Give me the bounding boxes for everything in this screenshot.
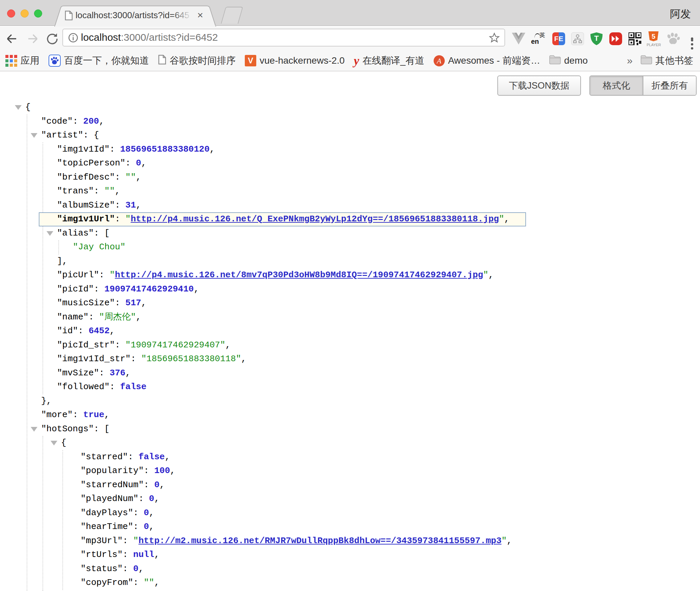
folder-icon (549, 55, 561, 67)
profile-name[interactable]: 阿发 (670, 7, 691, 21)
zoom-window-button[interactable] (34, 9, 42, 18)
json-line: "img1v1Id": 18569651883380120, (0, 143, 700, 157)
url-text: localhost:3000/artists?id=6452 (81, 32, 218, 43)
json-line: "alias": [ (0, 226, 700, 241)
json-line: ], (0, 254, 700, 269)
json-line: "code": 200, (0, 115, 700, 129)
json-line: "img1v1Id_str": "18569651883380118", (0, 352, 700, 366)
json-line: }, (0, 394, 700, 408)
json-line: "playedNum": 0, (0, 492, 700, 506)
page-favicon-icon (65, 10, 73, 22)
json-line: "followed": false (0, 380, 700, 394)
json-line: "copyFrom": "", (0, 576, 700, 590)
qr-code-icon[interactable] (628, 27, 642, 51)
json-line: "briefDesc": "", (0, 170, 700, 185)
tab-close-icon[interactable]: × (197, 9, 203, 21)
collapse-toggle-icon[interactable] (47, 231, 53, 236)
json-line: "starredNum": 0, (0, 478, 700, 492)
apps-grid-icon (5, 55, 17, 67)
fast-forward-icon[interactable] (608, 27, 623, 51)
json-line: "starred": false, (0, 450, 700, 464)
v-orange-icon: V (245, 55, 256, 66)
close-window-button[interactable] (7, 9, 15, 18)
json-line: "artist": { (0, 128, 700, 143)
bookmark-demo[interactable]: demo (549, 55, 588, 67)
reload-button[interactable] (45, 27, 60, 51)
menu-kebab-icon[interactable] (684, 27, 699, 51)
json-line: "popularity": 100, (0, 464, 700, 478)
json-line: "picId": 19097417462929410, (0, 282, 700, 297)
json-line: "status": 0, (0, 562, 700, 576)
folder-icon (641, 55, 652, 67)
json-line: "id": 6452, (0, 324, 700, 338)
bookmark-star-icon[interactable] (489, 32, 500, 44)
back-button[interactable] (4, 27, 19, 51)
bookmark-baidu[interactable]: 百度一下，你就知道 (49, 54, 149, 67)
bookmarks-overflow-chevron[interactable]: » (627, 55, 633, 66)
bookmarks-bar: 应用 百度一下，你就知道 谷歌按时间排序 V vue-hackernews-2.… (0, 51, 700, 71)
vue-devtools-icon[interactable] (511, 27, 526, 51)
json-line: "musicSize": 517, (0, 296, 700, 310)
json-line: "more": true, (0, 408, 700, 422)
baidu-paw-icon (49, 55, 61, 67)
bookmark-apps[interactable]: 应用 (5, 54, 39, 67)
site-tree-icon[interactable] (570, 27, 585, 51)
youdao-translate-icon[interactable]: 英en (531, 27, 546, 51)
json-line: { (0, 436, 700, 450)
json-url-link[interactable]: http://p4.music.126.net/Q_ExePNkmgB2yWyL… (130, 214, 499, 224)
collapse-toggle-icon[interactable] (31, 133, 37, 138)
json-line: "trans": "", (0, 184, 700, 198)
json-line: "name": "周杰伦", (0, 310, 700, 324)
json-line: "rtUrls": null, (0, 548, 700, 562)
json-line: "mvSize": 376, (0, 366, 700, 380)
collapse-toggle-icon[interactable] (15, 105, 22, 110)
doc-icon (158, 55, 166, 67)
json-url-link[interactable]: http://p4.music.126.net/8mv7qP30Pd3oHW8b… (115, 270, 483, 280)
bookmark-vue-hackernews[interactable]: V vue-hackernews-2.0 (245, 55, 345, 66)
json-line-highlighted[interactable]: "img1v1Url": "http://p4.music.126.net/Q_… (39, 212, 526, 226)
minimize-window-button[interactable] (21, 9, 29, 18)
forward-button[interactable] (26, 27, 40, 51)
tab-strip: localhost:3000/artists?id=645 × 阿发 (0, 0, 700, 26)
browser-tab[interactable]: localhost:3000/artists?id=645 × (54, 5, 216, 27)
json-line: "hotSongs": [ (0, 422, 700, 436)
awesomes-icon: A (434, 55, 445, 66)
json-viewer: {"code": 200,"artist": {"img1v1Id": 1856… (0, 71, 700, 591)
browser-toolbar: localhost:3000/artists?id=6452 英en FE T … (0, 27, 700, 51)
json-line: } (0, 590, 700, 591)
page-info-icon[interactable] (68, 33, 78, 44)
json-line: "picId_str": "19097417462929407", (0, 338, 700, 352)
tampermonkey-shield-icon[interactable]: T (589, 27, 604, 51)
new-tab-button[interactable] (221, 7, 243, 24)
tab-title-fade (172, 10, 196, 22)
html5-player-icon[interactable]: 5PLAYER (646, 27, 661, 51)
other-bookmarks-folder[interactable]: 其他书签 (641, 54, 693, 67)
youdao-y-icon: y (354, 56, 359, 66)
json-line: "topicPerson": 0, (0, 156, 700, 170)
page-content: 下载JSON数据 格式化 折叠所有 {"code": 200,"artist":… (0, 71, 700, 591)
json-line: "picUrl": "http://p4.music.126.net/8mv7q… (0, 268, 700, 282)
json-line: "mp3Url": "http://m2.music.126.net/RMJR7… (0, 534, 700, 548)
svg-text:T: T (594, 34, 599, 42)
bookmark-google-sort[interactable]: 谷歌按时间排序 (158, 54, 236, 67)
json-url-link[interactable]: http://m2.music.126.net/RMJR7wDullRqppBk… (139, 536, 502, 546)
fe-helper-icon[interactable]: FE (551, 27, 566, 51)
json-line: "dayPlays": 0, (0, 506, 700, 520)
json-line: { (0, 100, 700, 115)
paw-icon[interactable] (666, 27, 680, 51)
collapse-toggle-icon[interactable] (31, 427, 37, 432)
json-line: "Jay Chou" (0, 240, 700, 254)
address-bar[interactable]: localhost:3000/artists?id=6452 (62, 29, 505, 46)
json-line: "hearTime": 0, (0, 520, 700, 534)
bookmark-awesomes[interactable]: A Awesomes - 前端资… (434, 54, 540, 67)
collapse-toggle-icon[interactable] (51, 441, 57, 445)
bookmark-youdao[interactable]: y 在线翻译_有道 (354, 54, 425, 67)
json-line: "albumSize": 31, (0, 198, 700, 213)
